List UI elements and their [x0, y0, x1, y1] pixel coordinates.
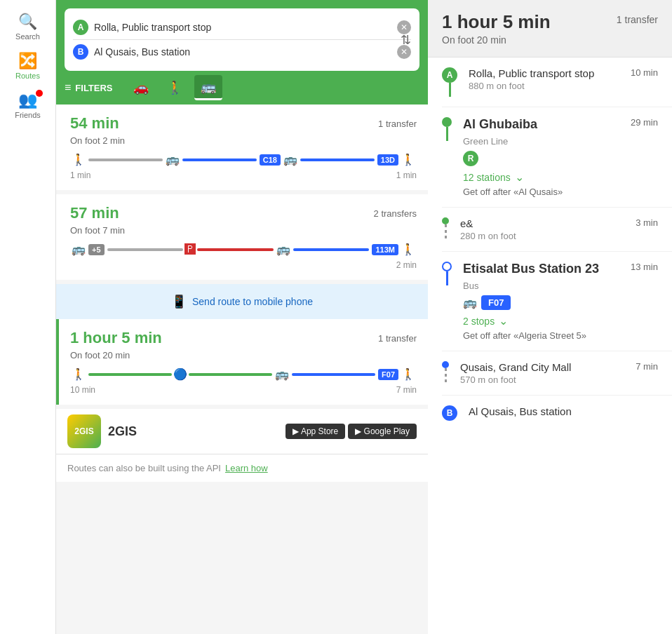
step-etisalat-badge-row: 🚌 F07 [463, 295, 622, 310]
selected-route-time: 1 hour 5 min [70, 329, 162, 347]
line-qusais-mall [445, 368, 447, 382]
route-2-time-right: 2 min [396, 260, 417, 270]
send-route-label: Send route to mobile phone [192, 296, 313, 307]
sidebar-search-label: Search [15, 32, 40, 41]
seg-line-f07 [292, 373, 375, 376]
dot-a: A [442, 67, 457, 83]
origin-row: A Rolla, Public transport stop ✕ [73, 15, 411, 39]
selected-route-transfers: 1 transfer [378, 333, 417, 344]
search-box: A Rolla, Public transport stop ✕ B Al Qu… [56, 0, 428, 71]
sidebar-friends-label: Friends [15, 111, 41, 119]
detail-subtitle: On foot 20 min [442, 34, 551, 46]
walk-icon: 🚶 [167, 80, 182, 95]
selected-route-times: 10 min 7 min [70, 385, 417, 395]
timeline-etisalat [442, 262, 452, 285]
route-card-selected[interactable]: 1 hour 5 min 1 transfer On foot 20 min 🚶… [56, 319, 428, 405]
bus-seg-icon-2: 🚌 [283, 153, 297, 166]
step-b-content: Al Qusais, Bus station [469, 405, 658, 417]
send-route-banner[interactable]: 📱 Send route to mobile phone [56, 284, 428, 319]
timeline-eand [442, 217, 449, 238]
step-qusais-mall-content: Qusais, Grand City Mall 570 m on foot [460, 361, 627, 385]
dot-ghubaiba [442, 117, 452, 127]
step-eand-name: e& [460, 217, 627, 229]
selected-time-right: 7 min [396, 385, 417, 395]
origin-badge: A [73, 20, 88, 35]
walk-seg-icon-2: 🚶 [401, 153, 415, 166]
stations-toggle-ghubaiba[interactable]: 12 stations ⌄ [463, 170, 622, 184]
bus-transport-button[interactable]: 🚌 [194, 75, 222, 100]
car-icon: 🚗 [133, 80, 149, 95]
bus-icon: 🚌 [201, 79, 216, 95]
step-rolla-name: Rolla, Public transport stop [469, 67, 622, 79]
app-name: 2GIS [108, 424, 137, 439]
route-1-transfers: 1 transfer [378, 119, 417, 129]
step-eand-content: e& 280 m on foot [460, 217, 627, 241]
green-line-badge: R [463, 151, 478, 166]
route-card-2[interactable]: 57 min 2 transfers On foot 7 min 🚌 +5 🅿 … [56, 194, 428, 280]
dot-b: B [442, 405, 457, 421]
app-promo: 2GIS 2GIS ▶ App Store ▶ Google Play [56, 409, 428, 454]
chevron-icon-ghubaiba: ⌄ [515, 170, 524, 184]
search-icon: 🔍 [18, 13, 37, 31]
walk-seg-selected-1: 🚶 [72, 367, 86, 381]
selected-route-segments: 🚶 🔵 🚌 F07 🚶 [70, 367, 417, 381]
route-card-1[interactable]: 54 min 1 transfer On foot 2 min 🚶 🚌 C18 … [56, 104, 428, 190]
get-off-ghubaiba: Get off after «Al Qusais» [463, 187, 622, 197]
badge-113m: 113M [372, 244, 398, 255]
badge-f07-small: F07 [378, 369, 398, 380]
seg-line-walk [88, 158, 163, 161]
route-2-time: 57 min [70, 204, 119, 222]
sidebar-item-routes[interactable]: 🔀 Routes [0, 46, 55, 86]
dot-eand [442, 217, 449, 224]
swap-button[interactable]: ⇅ [401, 32, 411, 48]
step-etisalat-name: Etisalat Bus Station 23 [463, 262, 622, 276]
api-footer: Routes can also be built using the API L… [56, 454, 428, 482]
badge-plus5: +5 [88, 244, 105, 255]
step-qusais-mall-sub: 570 m on foot [460, 375, 627, 385]
filters-button[interactable]: ≡ FILTERS [65, 81, 113, 94]
timeline-qusais-mall [442, 361, 449, 382]
seg-line-c18 [182, 158, 257, 161]
step-rolla-sub: 880 m on foot [469, 81, 622, 91]
route-1-time-left: 1 min [70, 170, 90, 180]
route-1-foot: On foot 2 min [70, 135, 417, 146]
sidebar-item-search[interactable]: 🔍 Search [0, 7, 55, 46]
filter-icon: ≡ [65, 81, 71, 94]
bus-icon-etisalat: 🚌 [463, 296, 477, 309]
bus-seg-icon-4: 🚌 [276, 243, 290, 256]
step-ghubaiba-name: Al Ghubaiba [463, 117, 622, 132]
route-1-header: 54 min 1 transfer [70, 114, 417, 133]
filters-label: FILTERS [75, 83, 112, 93]
step-qusais-mall-time: 7 min [627, 361, 658, 372]
step-ghubaiba: Al Ghubaiba Green Line R 12 stations ⌄ G… [442, 107, 672, 208]
learn-how-link[interactable]: Learn how [225, 463, 268, 473]
app-store-button[interactable]: ▶ App Store [285, 424, 345, 439]
stations-count-etisalat: 2 stops [463, 316, 495, 327]
stations-count-ghubaiba: 12 stations [463, 172, 511, 183]
seg-line-13d [300, 158, 375, 161]
walk-transport-button[interactable]: 🚶 [161, 75, 189, 100]
seg-line-113m [293, 248, 370, 251]
step-rolla-content: Rolla, Public transport stop 880 m on fo… [469, 67, 622, 91]
step-ghubaiba-content: Al Ghubaiba Green Line R 12 stations ⌄ G… [463, 117, 622, 197]
api-footer-text: Routes can also be built using the API [67, 463, 221, 473]
stations-toggle-etisalat[interactable]: 2 stops ⌄ [463, 314, 622, 328]
friends-icon: 👥 [18, 91, 37, 109]
dot-qusais-mall [442, 361, 449, 368]
notification-dot [36, 90, 43, 97]
badge-c18: C18 [260, 154, 281, 166]
dest-badge: B [73, 44, 88, 60]
timeline-a: A [442, 67, 457, 97]
origin-text: Rolla, Public transport stop [94, 22, 397, 33]
step-etisalat: Etisalat Bus Station 23 Bus 🚌 F07 2 stop… [442, 252, 672, 351]
metro-icon: 🅿 [184, 243, 196, 256]
sidebar-item-friends[interactable]: 👥 Friends [0, 86, 55, 125]
filters-bar: ≡ FILTERS 🚗 🚶 🚌 [56, 71, 428, 104]
dot-etisalat [442, 262, 452, 271]
get-off-etisalat: Get off after «Algeria Street 5» [463, 330, 622, 341]
walk-seg-icon-3: 🚶 [401, 243, 415, 256]
line-ghubaiba [446, 127, 448, 141]
car-transport-button[interactable]: 🚗 [127, 75, 155, 100]
google-play-button[interactable]: ▶ Google Play [348, 424, 417, 439]
step-etisalat-line: Bus [463, 281, 622, 291]
